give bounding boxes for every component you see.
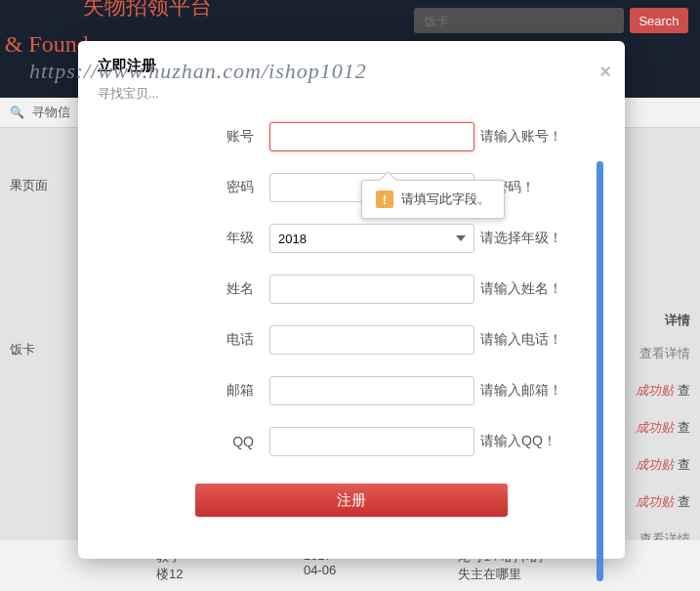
modal-subtitle: 寻找宝贝... bbox=[98, 85, 605, 103]
field-qq: QQ 请输入QQ！ bbox=[98, 427, 586, 456]
email-input[interactable] bbox=[269, 376, 474, 405]
register-button[interactable]: 注册 bbox=[195, 484, 508, 517]
phone-input[interactable] bbox=[269, 325, 474, 355]
register-form: 账号 请输入账号！ 密码 入密码！ 年级 2018 请选择年级！ 姓名 请输入姓… bbox=[98, 122, 605, 517]
phone-hint: 请输入电话！ bbox=[480, 331, 562, 349]
qq-hint: 请输入QQ！ bbox=[480, 433, 556, 450]
account-hint: 请输入账号！ bbox=[480, 128, 562, 146]
email-label: 邮箱 bbox=[195, 382, 254, 400]
account-input[interactable] bbox=[269, 122, 474, 151]
tooltip-text: 请填写此字段。 bbox=[401, 190, 490, 208]
phone-label: 电话 bbox=[195, 331, 254, 349]
field-email: 邮箱 请输入邮箱！ bbox=[98, 376, 586, 405]
field-account: 账号 请输入账号！ bbox=[98, 122, 586, 151]
account-label: 账号 bbox=[195, 128, 254, 146]
email-hint: 请输入邮箱！ bbox=[480, 382, 562, 400]
field-phone: 电话 请输入电话！ bbox=[98, 325, 586, 355]
modal-title: 立即注册 bbox=[98, 57, 605, 75]
close-icon[interactable]: × bbox=[599, 61, 611, 83]
grade-hint: 请选择年级！ bbox=[480, 230, 562, 247]
name-label: 姓名 bbox=[195, 280, 254, 298]
register-modal: × 立即注册 寻找宝贝... 账号 请输入账号！ 密码 入密码！ 年级 2018… bbox=[78, 41, 625, 559]
qq-label: QQ bbox=[195, 434, 254, 449]
grade-label: 年级 bbox=[195, 230, 254, 247]
warning-icon: ! bbox=[376, 190, 393, 208]
password-label: 密码 bbox=[195, 179, 254, 196]
field-password: 密码 入密码！ bbox=[98, 173, 586, 202]
qq-input[interactable] bbox=[269, 427, 474, 456]
name-hint: 请输入姓名！ bbox=[480, 280, 562, 298]
name-input[interactable] bbox=[269, 274, 474, 304]
field-name: 姓名 请输入姓名！ bbox=[98, 274, 586, 304]
field-grade: 年级 2018 请选择年级！ bbox=[98, 224, 586, 253]
scrollbar[interactable] bbox=[597, 161, 603, 581]
grade-select[interactable]: 2018 bbox=[269, 224, 474, 253]
validation-tooltip: ! 请填写此字段。 bbox=[361, 180, 505, 219]
